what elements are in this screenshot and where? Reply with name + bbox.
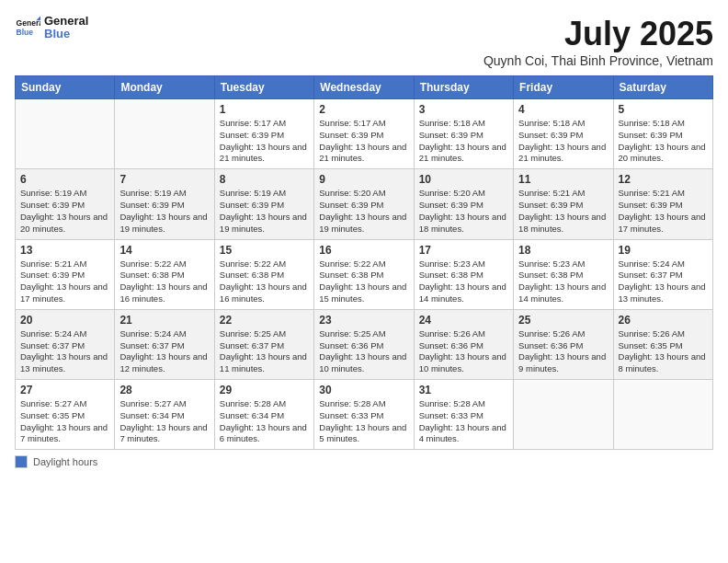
calendar-cell: 4Sunrise: 5:18 AM Sunset: 6:39 PM Daylig… [514,99,613,169]
day-number: 13 [20,244,109,257]
day-number: 4 [518,103,608,116]
day-number: 30 [319,384,408,396]
day-info: Sunrise: 5:18 AM Sunset: 6:39 PM Dayligh… [518,118,608,165]
calendar-cell: 9Sunrise: 5:20 AM Sunset: 6:39 PM Daylig… [314,169,414,239]
day-info: Sunrise: 5:26 AM Sunset: 6:35 PM Dayligh… [619,328,708,375]
calendar-cell: 28Sunrise: 5:27 AM Sunset: 6:34 PM Dayli… [115,380,214,450]
day-info: Sunrise: 5:17 AM Sunset: 6:39 PM Dayligh… [220,118,309,165]
calendar-cell: 30Sunrise: 5:28 AM Sunset: 6:33 PM Dayli… [314,380,414,450]
day-info: Sunrise: 5:23 AM Sunset: 6:38 PM Dayligh… [419,259,508,305]
day-info: Sunrise: 5:24 AM Sunset: 6:37 PM Dayligh… [119,328,209,375]
calendar-cell: 8Sunrise: 5:19 AM Sunset: 6:39 PM Daylig… [214,169,313,239]
day-info: Sunrise: 5:21 AM Sunset: 6:39 PM Dayligh… [20,259,109,305]
calendar-cell: 2Sunrise: 5:17 AM Sunset: 6:39 PM Daylig… [314,99,414,169]
day-info: Sunrise: 5:23 AM Sunset: 6:38 PM Dayligh… [518,259,608,305]
calendar-cell: 16Sunrise: 5:22 AM Sunset: 6:38 PM Dayli… [314,239,414,309]
day-number: 31 [419,384,508,396]
day-number: 19 [619,244,708,257]
col-header-wednesday: Wednesday [314,76,414,99]
day-number: 27 [20,384,109,396]
calendar-week-row: 13Sunrise: 5:21 AM Sunset: 6:39 PM Dayli… [16,239,713,309]
day-info: Sunrise: 5:28 AM Sunset: 6:33 PM Dayligh… [419,398,508,445]
day-number: 14 [119,244,209,257]
calendar-header-row: SundayMondayTuesdayWednesdayThursdayFrid… [16,76,713,99]
day-info: Sunrise: 5:26 AM Sunset: 6:36 PM Dayligh… [419,328,508,375]
day-info: Sunrise: 5:26 AM Sunset: 6:36 PM Dayligh… [518,328,608,375]
calendar-cell [514,380,613,450]
day-number: 17 [419,244,508,257]
calendar-cell [16,99,115,169]
svg-text:Blue: Blue [17,28,34,37]
day-number: 28 [119,384,209,396]
calendar-cell: 23Sunrise: 5:25 AM Sunset: 6:36 PM Dayli… [314,309,414,379]
calendar-cell: 5Sunrise: 5:18 AM Sunset: 6:39 PM Daylig… [613,99,712,169]
calendar-cell: 10Sunrise: 5:20 AM Sunset: 6:39 PM Dayli… [414,169,513,239]
col-header-thursday: Thursday [414,76,513,99]
day-number: 6 [20,173,109,186]
calendar-cell: 27Sunrise: 5:27 AM Sunset: 6:35 PM Dayli… [16,380,115,450]
day-number: 24 [419,314,508,327]
calendar-cell: 15Sunrise: 5:22 AM Sunset: 6:38 PM Dayli… [214,239,313,309]
col-header-monday: Monday [115,76,214,99]
day-number: 16 [319,244,408,257]
logo-line1: General [44,15,88,28]
day-info: Sunrise: 5:19 AM Sunset: 6:39 PM Dayligh… [220,188,309,235]
day-info: Sunrise: 5:19 AM Sunset: 6:39 PM Dayligh… [119,188,209,235]
calendar-week-row: 27Sunrise: 5:27 AM Sunset: 6:35 PM Dayli… [16,380,713,450]
day-number: 12 [619,173,708,186]
day-info: Sunrise: 5:21 AM Sunset: 6:39 PM Dayligh… [518,188,608,235]
day-number: 7 [119,173,209,186]
day-number: 3 [419,103,508,116]
calendar-cell: 24Sunrise: 5:26 AM Sunset: 6:36 PM Dayli… [414,309,513,379]
col-header-tuesday: Tuesday [214,76,313,99]
page-title: July 2025 [483,15,713,53]
day-number: 5 [619,103,708,116]
calendar-cell: 22Sunrise: 5:25 AM Sunset: 6:37 PM Dayli… [214,309,313,379]
day-number: 21 [119,314,209,327]
day-number: 23 [319,314,408,327]
day-number: 1 [220,103,309,116]
calendar-cell: 14Sunrise: 5:22 AM Sunset: 6:38 PM Dayli… [115,239,214,309]
calendar-cell: 21Sunrise: 5:24 AM Sunset: 6:37 PM Dayli… [115,309,214,379]
logo-text: General Blue [44,15,88,41]
calendar-cell: 3Sunrise: 5:18 AM Sunset: 6:39 PM Daylig… [414,99,513,169]
day-info: Sunrise: 5:21 AM Sunset: 6:39 PM Dayligh… [619,188,708,235]
day-number: 26 [619,314,708,327]
calendar-cell: 18Sunrise: 5:23 AM Sunset: 6:38 PM Dayli… [514,239,613,309]
daylight-swatch [15,455,28,468]
day-info: Sunrise: 5:25 AM Sunset: 6:36 PM Dayligh… [319,328,408,375]
calendar-cell: 13Sunrise: 5:21 AM Sunset: 6:39 PM Dayli… [16,239,115,309]
day-info: Sunrise: 5:20 AM Sunset: 6:39 PM Dayligh… [319,188,408,235]
calendar-cell: 25Sunrise: 5:26 AM Sunset: 6:36 PM Dayli… [514,309,613,379]
calendar-cell: 26Sunrise: 5:26 AM Sunset: 6:35 PM Dayli… [613,309,712,379]
calendar-cell: 6Sunrise: 5:19 AM Sunset: 6:39 PM Daylig… [16,169,115,239]
day-info: Sunrise: 5:22 AM Sunset: 6:38 PM Dayligh… [119,259,209,305]
day-info: Sunrise: 5:24 AM Sunset: 6:37 PM Dayligh… [20,328,109,375]
day-info: Sunrise: 5:25 AM Sunset: 6:37 PM Dayligh… [220,328,309,375]
calendar-cell: 20Sunrise: 5:24 AM Sunset: 6:37 PM Dayli… [16,309,115,379]
day-info: Sunrise: 5:22 AM Sunset: 6:38 PM Dayligh… [220,259,309,305]
calendar-cell: 31Sunrise: 5:28 AM Sunset: 6:33 PM Dayli… [414,380,513,450]
title-block: July 2025 Quynh Coi, Thai Binh Province,… [483,15,713,68]
day-info: Sunrise: 5:18 AM Sunset: 6:39 PM Dayligh… [419,118,508,165]
calendar-cell [613,380,712,450]
day-number: 11 [518,173,608,186]
calendar-cell: 7Sunrise: 5:19 AM Sunset: 6:39 PM Daylig… [115,169,214,239]
calendar-cell: 12Sunrise: 5:21 AM Sunset: 6:39 PM Dayli… [613,169,712,239]
calendar-table: SundayMondayTuesdayWednesdayThursdayFrid… [15,75,713,450]
calendar-week-row: 1Sunrise: 5:17 AM Sunset: 6:39 PM Daylig… [16,99,713,169]
calendar-cell: 11Sunrise: 5:21 AM Sunset: 6:39 PM Dayli… [514,169,613,239]
logo-line2: Blue [44,28,88,40]
day-info: Sunrise: 5:17 AM Sunset: 6:39 PM Dayligh… [319,118,408,165]
day-number: 15 [220,244,309,257]
calendar-week-row: 6Sunrise: 5:19 AM Sunset: 6:39 PM Daylig… [16,169,713,239]
page-header: General Blue General Blue July 2025 Quyn… [15,15,713,68]
logo: General Blue General Blue [15,15,88,41]
day-number: 22 [220,314,309,327]
day-number: 2 [319,103,408,116]
day-number: 20 [20,314,109,327]
calendar-week-row: 20Sunrise: 5:24 AM Sunset: 6:37 PM Dayli… [16,309,713,379]
calendar-cell: 19Sunrise: 5:24 AM Sunset: 6:37 PM Dayli… [613,239,712,309]
day-number: 18 [518,244,608,257]
day-number: 29 [220,384,309,396]
